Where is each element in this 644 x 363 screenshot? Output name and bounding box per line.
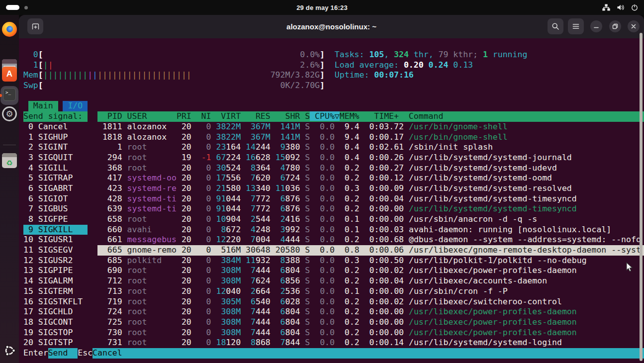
process-row-294[interactable]: 294 root 19 -1 67224 16628 15092 S 0.0 0…	[97, 153, 644, 163]
signal-item-sigill[interactable]: 4 SIGILL	[23, 163, 88, 174]
process-row-685[interactable]: 685 polkitd 20 0 384M 11932 8388 S 0.0 0…	[97, 256, 644, 266]
footer-action-send[interactable]: Send	[48, 348, 78, 359]
table-line-13: 12 SIGUSR2 685 polkitd 20 0 384M 11932 8…	[23, 256, 644, 266]
process-row-660[interactable]: 660 avahi 20 0 8672 4248 3992 S 0.0 0.1 …	[97, 225, 644, 235]
table-line-3: 3 SIGQUIT 294 root 19 -1 67224 16628 150…	[23, 153, 644, 163]
process-row-1811[interactable]: 1811 alozanox 20 0 3822M 367M 141M S 0.0…	[97, 122, 644, 132]
process-row-1[interactable]: 1 root 20 0 23164 14244 9380 S 0.0 0.4 0…	[97, 142, 644, 153]
process-row-1818[interactable]: 1818 alozanox 20 0 3822M 367M 141M S 0.0…	[97, 132, 644, 143]
volume-icon[interactable]	[617, 4, 625, 11]
table-line-14: 13 SIGPIPE 690 root 20 0 308M 7444 6804 …	[23, 266, 644, 276]
signal-item-sigusr2[interactable]: 12 SIGUSR2	[23, 256, 88, 266]
dock-settings-icon[interactable]: ⚙	[2, 106, 17, 121]
maximize-button[interactable]	[609, 20, 621, 32]
table-line-5: 5 SIGTRAP 417 systemd-oo 20 0 17556 7620…	[23, 173, 644, 183]
table-line-16: 15 SIGTERM 713 root 20 0 12040 2664 2536…	[23, 286, 644, 297]
process-row-661[interactable]: 661 messagebus 20 0 12220 7004 4444 S 0.…	[97, 235, 644, 245]
process-row-423[interactable]: 423 systemd-re 20 0 21580 13340 11036 S …	[97, 183, 644, 194]
tab-io[interactable]: I/O	[63, 101, 88, 111]
process-row-719[interactable]: 719 root 20 0 305M 6540 6028 S 0.0 0.2 0…	[97, 297, 644, 307]
hamburger-menu-button[interactable]	[568, 18, 584, 34]
meter-bar-1: ||2.6%	[43, 60, 320, 71]
meter-swp: Swp[0K/2.70G]	[23, 81, 644, 91]
tab-main[interactable]: Main	[28, 101, 58, 111]
table-line-20: 19 SIGSTOP 730 root 20 0 308M 7444 6804 …	[23, 328, 644, 338]
signal-item-sigstkflt[interactable]: 16 SIGSTKFLT	[23, 297, 88, 307]
process-row-724[interactable]: 724 root 20 0 308M 7444 6804 S 0.0 0.2 0…	[97, 307, 644, 317]
signal-item-sigcont[interactable]: 18 SIGCONT	[23, 317, 88, 328]
top-bar: 29 de may 16:23	[0, 0, 644, 15]
minimize-button[interactable]	[590, 20, 602, 32]
footer-action-cancel[interactable]: Cancel	[92, 348, 644, 359]
table-line-15: 14 SIGALRM 712 root 20 0 308M 7624 6856 …	[23, 276, 644, 286]
signal-item-sigiot[interactable]: 6 SIGIOT	[23, 194, 88, 204]
process-row-713[interactable]: 713 root 20 0 12040 2664 2536 S 0.0 0.1 …	[97, 286, 644, 297]
process-row-731[interactable]: 731 root 20 0 18120 8868 7844 S 0.0 0.2 …	[97, 338, 644, 348]
function-bar: EnterSend EscCancel	[23, 348, 644, 359]
footer-key-enter[interactable]: Enter	[23, 348, 48, 359]
gear-icon: ⚙	[5, 110, 13, 118]
status-area[interactable]	[602, 0, 638, 15]
workspace-active-pill[interactable]	[6, 5, 19, 10]
signal-item-sigusr1[interactable]: 10 SIGUSR1	[23, 235, 88, 245]
dock-firefox-icon[interactable]	[2, 22, 17, 37]
process-row-658[interactable]: 658 root 20 0 10904 2544 2416 S 0.0 0.1 …	[97, 214, 644, 225]
dock-divider	[3, 145, 16, 145]
signal-item-sigquit[interactable]: 3 SIGQUIT	[23, 153, 88, 163]
terminal-scrollbar[interactable]	[640, 33, 643, 361]
process-table-header[interactable]: PID USER PRI NI VIRT RES SHR S CPU%▽MEM%…	[97, 111, 644, 122]
dock-software-updater-icon[interactable]: ♻	[2, 153, 17, 168]
spacer-line	[23, 91, 644, 101]
signal-item-sigsegv[interactable]: 11 SIGSEGV	[23, 245, 88, 256]
footer-key-esc[interactable]: Esc	[78, 348, 92, 359]
workspace-indicator[interactable]	[6, 0, 28, 15]
terminal-header[interactable]: alozanox@nosololinux: ~	[19, 15, 644, 38]
process-row-639[interactable]: 639 systemd-ti 20 0 91044 7772 6876 S 0.…	[97, 204, 644, 214]
terminal-window: alozanox@nosololinux: ~ 0[0.0%] Tas	[19, 15, 644, 363]
signal-item-sigint[interactable]: 2 SIGINT	[23, 142, 88, 153]
process-row-730[interactable]: 730 root 20 0 308M 7444 6804 S 0.0 0.2 0…	[97, 328, 644, 338]
signal-item-sigstop[interactable]: 19 SIGSTOP	[23, 328, 88, 338]
signal-item-sigkill[interactable]: 9 SIGKILL	[23, 225, 88, 235]
sort-column-cpu[interactable]: CPU%▽	[310, 111, 340, 121]
table-line-18: 17 SIGCHLD 724 root 20 0 308M 7444 6804 …	[23, 307, 644, 317]
meter-bar-swp: 0K/2.70G	[43, 81, 320, 91]
signal-item-sighup[interactable]: 1 SIGHUP	[23, 132, 88, 143]
workspace-inactive-dot[interactable]	[24, 6, 28, 9]
signal-item-cancel[interactable]: 0 Cancel	[23, 122, 88, 132]
signal-item-sigtrap[interactable]: 5 SIGTRAP	[23, 173, 88, 183]
mouse-cursor	[626, 262, 634, 275]
signal-item-sigtstp[interactable]: 20 SIGTSTP	[23, 338, 88, 348]
process-row-417[interactable]: 417 systemd-oo 20 0 17556 7620 6724 S 0.…	[97, 173, 644, 183]
signal-item-sigterm[interactable]: 15 SIGTERM	[23, 286, 88, 297]
dock-app-center-icon[interactable]: A	[2, 67, 17, 82]
signal-item-sigpipe[interactable]: 13 SIGPIPE	[23, 266, 88, 276]
signal-item-sigchld[interactable]: 17 SIGCHLD	[23, 307, 88, 317]
signal-item-sigalrm[interactable]: 14 SIGALRM	[23, 276, 88, 286]
table-line-12: 11 SIGSEGV 665 gnome-remo 20 0 516M 3064…	[23, 245, 644, 256]
clock[interactable]: 29 de may 16:23	[296, 4, 348, 11]
meter-bar-0: 0.0%	[43, 50, 320, 60]
process-row-368[interactable]: 368 root 20 0 30524 8364 4780 S 0.0 0.2 …	[97, 163, 644, 174]
table-line-8: 7 SIGBUS 639 systemd-ti 20 0 91044 7772 …	[23, 204, 644, 214]
ubuntu-logo-icon[interactable]	[3, 344, 16, 359]
signal-item-sigabrt[interactable]: 6 SIGABRT	[23, 183, 88, 194]
close-button[interactable]	[628, 20, 640, 32]
signal-item-sigbus[interactable]: 7 SIGBUS	[23, 204, 88, 214]
table-line-0: 0 Cancel 1811 alozanox 20 0 3822M 367M 1…	[23, 122, 644, 132]
process-row-690[interactable]: 690 root 20 0 308M 7444 6804 S 0.0 0.2 0…	[97, 266, 644, 276]
meter-0: 0[0.0%] Tasks: 105, 324 thr, 79 kthr; 1 …	[23, 50, 644, 60]
process-row-725[interactable]: 725 root 20 0 308M 7444 6804 S 0.0 0.2 0…	[97, 317, 644, 328]
signal-item-sigfpe[interactable]: 8 SIGFPE	[23, 214, 88, 225]
search-button[interactable]	[548, 18, 563, 34]
process-row-665[interactable]: 665 gnome-remo 20 0 516M 30648 20580 S 0…	[97, 245, 644, 256]
dock-terminal-icon[interactable]: >_	[3, 88, 16, 101]
power-icon[interactable]	[631, 4, 638, 11]
table-line-4: 4 SIGILL 368 root 20 0 30524 8364 4780 S…	[23, 163, 644, 174]
table-line-6: 6 SIGABRT 423 systemd-re 20 0 21580 1334…	[23, 183, 644, 194]
process-row-712[interactable]: 712 root 20 0 308M 7624 6856 S 0.0 0.2 0…	[97, 276, 644, 286]
network-icon[interactable]	[602, 4, 610, 11]
process-row-428[interactable]: 428 systemd-ti 20 0 91044 7772 6876 S 0.…	[97, 194, 644, 204]
meter-bar-mem: ||||||||||||||||||||||||||||||792M/3.82G	[43, 70, 320, 81]
new-tab-button[interactable]	[27, 18, 43, 34]
